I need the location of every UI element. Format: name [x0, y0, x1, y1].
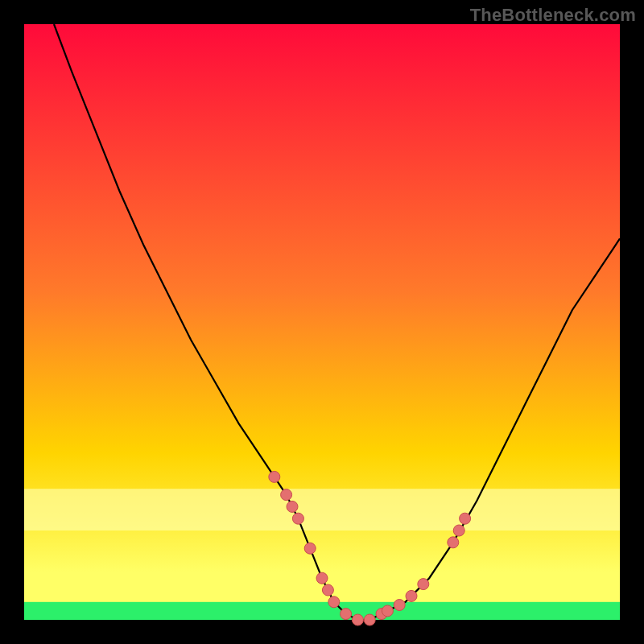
- curve-marker: [364, 614, 375, 625]
- curve-marker: [322, 584, 333, 596]
- curve-marker: [287, 501, 298, 512]
- chart-stage: TheBottleneck.com: [0, 0, 644, 644]
- curve-marker: [460, 513, 471, 524]
- curve-marker: [281, 489, 292, 501]
- green-bar: [24, 602, 620, 620]
- chart-svg: [0, 0, 644, 644]
- curve-marker: [352, 614, 363, 625]
- curve-marker: [341, 609, 352, 620]
- curve-marker: [406, 590, 417, 601]
- curve-marker: [269, 471, 280, 482]
- curve-marker: [394, 600, 405, 611]
- curve-marker: [328, 597, 340, 608]
- pale-band: [24, 489, 620, 530]
- watermark-text: TheBottleneck.com: [470, 5, 636, 26]
- curve-marker: [316, 572, 328, 584]
- curve-marker: [292, 513, 303, 524]
- curve-marker: [382, 605, 393, 617]
- curve-marker: [453, 525, 464, 536]
- curve-marker: [448, 537, 459, 548]
- curve-marker: [418, 579, 429, 590]
- curve-marker: [304, 543, 316, 554]
